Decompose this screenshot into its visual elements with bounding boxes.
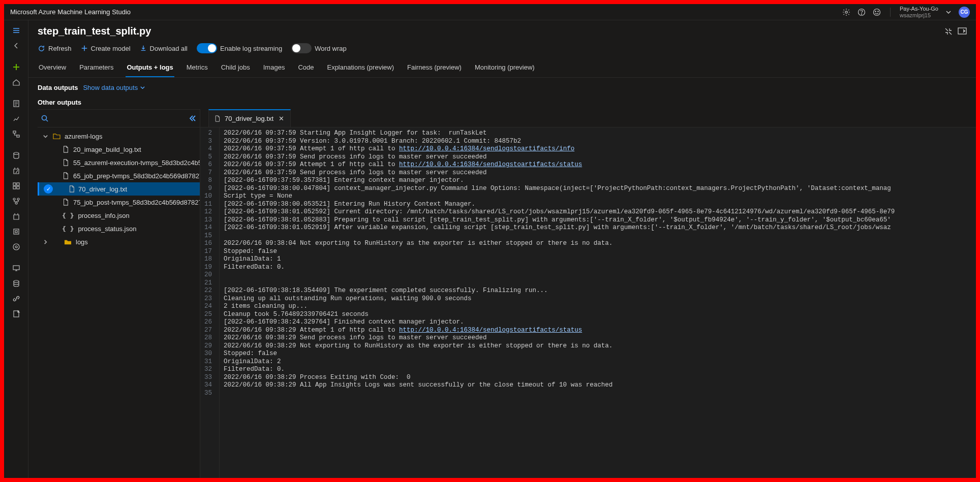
- editor-tab[interactable]: 70_driver_log.txt ✕: [208, 109, 291, 127]
- log-url[interactable]: http://10.0.0.4:16384/sendlogstoartifact…: [399, 145, 574, 152]
- tree-label: 20_image_build_log.txt: [73, 146, 141, 153]
- json-icon: { }: [62, 225, 74, 233]
- menu-icon[interactable]: [7, 23, 25, 38]
- help-icon[interactable]: [858, 8, 866, 16]
- tree-file[interactable]: 55_azureml-execution-tvmps_58d3bd2c4b569…: [38, 156, 200, 169]
- app-title: Microsoft Azure Machine Learning Studio: [10, 8, 842, 16]
- folder-icon: [64, 238, 72, 246]
- tree-file[interactable]: 75_job_post-tvmps_58d3bd2c4b569d87827137: [38, 196, 200, 209]
- tab-outputs-logs[interactable]: Outputs + logs: [126, 58, 174, 77]
- tab-fairness[interactable]: Fairness (preview): [406, 58, 463, 77]
- file-icon: [62, 199, 69, 206]
- tree-folder-logs[interactable]: logs: [38, 235, 200, 248]
- tab-monitoring[interactable]: Monitoring (preview): [474, 58, 536, 77]
- models-icon[interactable]: [7, 224, 25, 239]
- tab-images[interactable]: Images: [262, 58, 286, 77]
- feedback-icon[interactable]: [873, 8, 881, 16]
- data-outputs-row: Data outputs Show data outputs: [28, 78, 976, 91]
- datastores-icon[interactable]: [7, 276, 25, 291]
- show-data-outputs-link[interactable]: Show data outputs: [83, 84, 145, 91]
- home-icon[interactable]: [7, 75, 25, 89]
- tree-panel: azureml-logs 20_image_build_log.txt 55_a…: [38, 109, 200, 478]
- svg-point-22: [14, 280, 19, 282]
- tree-label: azureml-logs: [65, 133, 102, 140]
- app-root: Microsoft Azure Machine Learning Studio …: [4, 4, 976, 478]
- close-icon[interactable]: ✕: [278, 114, 285, 123]
- labeling-icon[interactable]: [7, 307, 25, 321]
- tab-explanations[interactable]: Explanations (preview): [326, 58, 395, 77]
- data-icon[interactable]: [7, 148, 25, 163]
- svg-rect-13: [17, 186, 19, 189]
- tab-child-jobs[interactable]: Child jobs: [220, 58, 251, 77]
- file-icon: [62, 172, 69, 179]
- tab-metrics[interactable]: Metrics: [186, 58, 209, 77]
- command-bar: Refresh Create model Download all Enable…: [28, 40, 976, 58]
- notebooks-icon[interactable]: [7, 97, 25, 111]
- environments-icon[interactable]: [7, 209, 25, 223]
- chevron-down-icon[interactable]: [945, 9, 952, 15]
- svg-point-2: [861, 14, 862, 14]
- tree-folder-azureml-logs[interactable]: azureml-logs: [38, 130, 200, 143]
- log-url[interactable]: http://10.0.0.4:16384/sendlogstoartifact…: [399, 327, 582, 334]
- refresh-label: Refresh: [48, 45, 72, 52]
- log-url[interactable]: http://10.0.0.4:16384/sendlogstoartifact…: [399, 161, 582, 168]
- back-icon[interactable]: [7, 39, 25, 53]
- automl-icon[interactable]: [7, 112, 25, 126]
- svg-point-4: [875, 11, 876, 11]
- search-icon[interactable]: [41, 114, 49, 122]
- tree-file[interactable]: 20_image_build_log.txt: [38, 143, 200, 156]
- file-icon: [68, 185, 75, 192]
- page-header: step_train_test_split.py: [28, 20, 976, 40]
- log-streaming-toggle[interactable]: Enable log streaming: [197, 43, 282, 53]
- tab-code[interactable]: Code: [297, 58, 315, 77]
- chevron-down-icon: [42, 134, 49, 139]
- tree-file[interactable]: { } process_status.json: [38, 222, 200, 235]
- workspace-name: wsazmlprj15: [900, 12, 938, 18]
- svg-point-15: [17, 198, 19, 200]
- editor-body[interactable]: 2345678910111213141516171819202122232425…: [200, 127, 976, 478]
- minimize-icon[interactable]: [944, 27, 953, 36]
- create-model-label: Create model: [91, 45, 131, 52]
- expand-icon[interactable]: [958, 27, 967, 36]
- tree-file[interactable]: 65_job_prep-tvmps_58d3bd2c4b569d87827137: [38, 169, 200, 182]
- page-title: step_train_test_split.py: [38, 25, 944, 37]
- refresh-button[interactable]: Refresh: [38, 45, 72, 52]
- download-all-button[interactable]: Download all: [140, 45, 188, 52]
- subscription-picker[interactable]: Pay-As-You-Go wsazmlprj15: [900, 6, 938, 18]
- gear-icon[interactable]: [842, 8, 850, 16]
- linked-icon[interactable]: [7, 292, 25, 306]
- topbar-right: Pay-As-You-Go wsazmlprj15 CG: [842, 6, 970, 18]
- tree-label: 55_azureml-execution-tvmps_58d3bd2c4b569…: [73, 159, 200, 167]
- endpoints-icon[interactable]: [7, 240, 25, 254]
- create-model-button[interactable]: Create model: [81, 45, 131, 52]
- other-outputs-label: Other outputs: [28, 91, 976, 109]
- svg-point-14: [13, 198, 15, 200]
- tab-overview[interactable]: Overview: [38, 58, 67, 77]
- avatar[interactable]: CG: [959, 7, 970, 18]
- tree-file[interactable]: { } process_info.json: [38, 209, 200, 222]
- tree-label: 65_job_prep-tvmps_58d3bd2c4b569d87827137: [73, 172, 200, 180]
- pipelines-icon[interactable]: [7, 194, 25, 208]
- word-wrap-toggle[interactable]: Word wrap: [291, 43, 347, 53]
- components-icon[interactable]: [7, 179, 25, 193]
- svg-point-19: [15, 246, 17, 248]
- svg-rect-10: [13, 183, 16, 185]
- file-icon: [62, 159, 69, 166]
- sidebar: [4, 20, 28, 478]
- body: step_train_test_split.py Refresh Create …: [4, 20, 976, 478]
- tab-parameters[interactable]: Parameters: [78, 58, 114, 77]
- editor-gutter: 2345678910111213141516171819202122232425…: [200, 127, 220, 478]
- svg-point-9: [14, 152, 19, 154]
- editor-tabbar: 70_driver_log.txt ✕: [200, 109, 976, 127]
- json-icon: { }: [62, 212, 74, 219]
- plus-icon[interactable]: [7, 60, 25, 74]
- tree-label: process_info.json: [78, 212, 129, 219]
- jobs-icon[interactable]: [7, 164, 25, 178]
- compute-icon[interactable]: [7, 261, 25, 275]
- tree-toolbar: [38, 109, 200, 127]
- designer-icon[interactable]: [7, 127, 25, 141]
- collapse-panel-icon[interactable]: [189, 114, 197, 122]
- word-wrap-label: Word wrap: [315, 45, 347, 52]
- tree-file-selected[interactable]: ✓ 70_driver_log.txt: [38, 182, 200, 196]
- toggle-on-icon: [197, 43, 217, 53]
